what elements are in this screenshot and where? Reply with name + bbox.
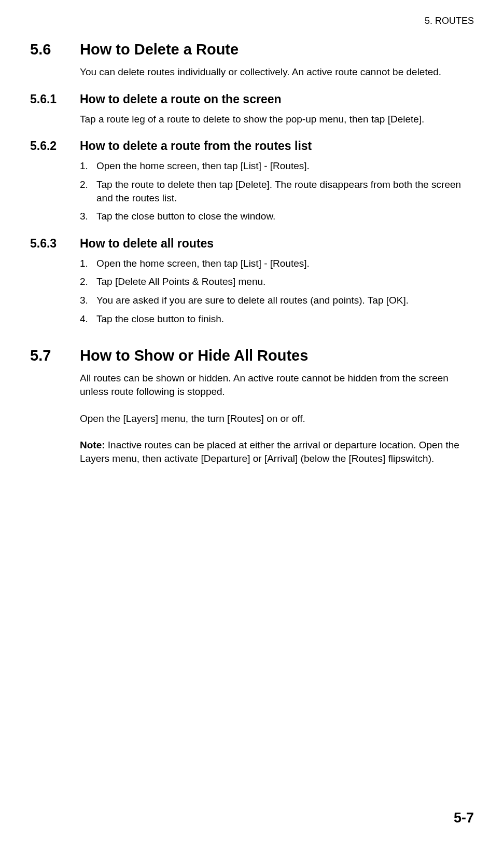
section-5-7-note: Note: Inactive routes can be placed at e… xyxy=(80,438,474,465)
subsection-title: How to delete a route on the screen xyxy=(80,92,282,106)
section-5-7-heading: 5.7 How to Show or Hide All Routes xyxy=(30,347,474,364)
subsection-title: How to delete a route from the routes li… xyxy=(80,139,312,153)
subsection-title: How to delete all routes xyxy=(80,237,214,251)
list-text: Tap [Delete All Points & Routes] menu. xyxy=(96,275,474,289)
section-5-6-intro: You can delete routes individually or co… xyxy=(80,65,474,79)
section-5-6-1-body: Tap a route leg of a route to delete to … xyxy=(80,113,474,126)
section-5-7-para1: All routes can be shown or hidden. An ac… xyxy=(80,372,474,398)
list-number: 3. xyxy=(80,294,96,307)
list-number: 1. xyxy=(80,159,96,173)
list-item: 3. Tap the close button to close the win… xyxy=(80,210,474,223)
section-title: How to Delete a Route xyxy=(80,41,239,58)
list-text: Open the home screen, then tap [List] - … xyxy=(96,159,474,173)
section-title: How to Show or Hide All Routes xyxy=(80,347,308,364)
subsection-number: 5.6.3 xyxy=(30,237,80,251)
list-number: 2. xyxy=(80,178,96,204)
list-text: Tap the close button to finish. xyxy=(96,312,474,326)
list-item: 1. Open the home screen, then tap [List]… xyxy=(80,257,474,270)
list-item: 1. Open the home screen, then tap [List]… xyxy=(80,159,474,173)
list-number: 1. xyxy=(80,257,96,270)
list-text: You are asked if you are sure to delete … xyxy=(96,294,474,307)
list-number: 3. xyxy=(80,210,96,223)
page-container: 5. ROUTES 5.6 How to Delete a Route You … xyxy=(0,0,504,851)
list-item: 2. Tap [Delete All Points & Routes] menu… xyxy=(80,275,474,289)
chapter-header: 5. ROUTES xyxy=(30,16,474,26)
page-number: 5-7 xyxy=(454,810,474,826)
list-item: 2. Tap the route to delete then tap [Del… xyxy=(80,178,474,204)
note-text: Inactive routes can be placed at either … xyxy=(80,440,459,464)
note-label: Note: xyxy=(80,440,105,450)
list-text: Open the home screen, then tap [List] - … xyxy=(96,257,474,270)
section-5-6-2-heading: 5.6.2 How to delete a route from the rou… xyxy=(30,139,474,153)
list-item: 4. Tap the close button to finish. xyxy=(80,312,474,326)
subsection-number: 5.6.1 xyxy=(30,92,80,106)
subsection-number: 5.6.2 xyxy=(30,139,80,153)
section-5-7-para2: Open the [Layers] menu, the turn [Routes… xyxy=(80,412,474,426)
section-5-6-3-heading: 5.6.3 How to delete all routes xyxy=(30,237,474,251)
list-text: Tap the route to delete then tap [Delete… xyxy=(96,178,474,204)
section-number: 5.6 xyxy=(30,41,80,58)
section-5-6-1-heading: 5.6.1 How to delete a route on the scree… xyxy=(30,92,474,106)
section-number: 5.7 xyxy=(30,347,80,364)
list-text: Tap the close button to close the window… xyxy=(96,210,474,223)
list-number: 2. xyxy=(80,275,96,289)
section-5-6-heading: 5.6 How to Delete a Route xyxy=(30,41,474,58)
list-item: 3. You are asked if you are sure to dele… xyxy=(80,294,474,307)
list-number: 4. xyxy=(80,312,96,326)
